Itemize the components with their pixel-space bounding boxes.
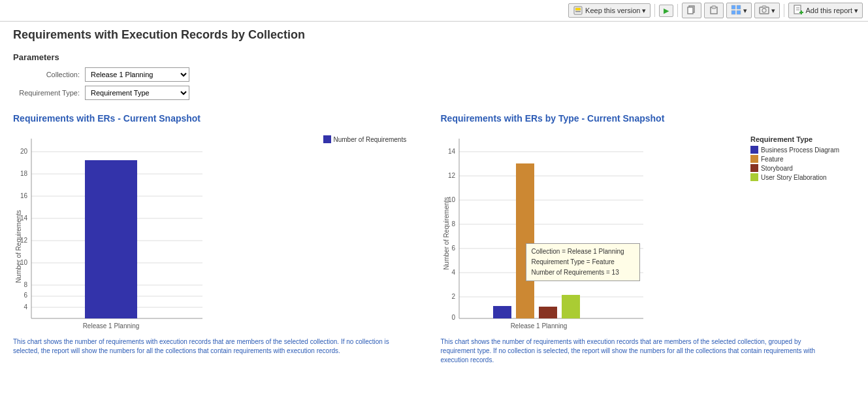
chart2-bar-use[interactable] (562, 295, 580, 318)
keep-version-icon (573, 5, 583, 16)
keep-version-label: Keep this version (585, 7, 640, 14)
chart1-bar (85, 160, 137, 318)
x2-axis-title: Collection (522, 331, 554, 332)
chart2-legend-feature: Feature (750, 155, 855, 163)
chart2-wrapper: 14 12 10 8 6 4 2 0 (441, 129, 856, 333)
chart2-bar-feature[interactable] (516, 163, 534, 318)
svg-rect-13 (762, 6, 766, 8)
req-type-row: Requirement Type: Requirement Type (13, 86, 855, 100)
chart2-legend-title: Requirement Type (750, 135, 855, 143)
chart2-legend-label-use: User Story Elaboration (761, 174, 827, 181)
y2-label-2: 2 (451, 293, 455, 300)
grid-button[interactable]: ▾ (726, 3, 752, 18)
parameters-title: Parameters (13, 52, 855, 62)
svg-rect-8 (737, 5, 741, 9)
camera-dropdown-icon: ▾ (771, 7, 775, 15)
collection-select[interactable]: Release 1 Planning (85, 67, 189, 82)
chart2-legend-use: User Story Elaboration (750, 173, 855, 181)
chart2-legend: Requirement Type Business Process Diagra… (750, 135, 855, 182)
y-label-20: 20 (20, 148, 28, 155)
svg-rect-2 (575, 11, 581, 12)
chart2-legend-storyboard: Storyboard (750, 164, 855, 172)
chart1-title: Requirements with ERs - Current Snapshot (13, 113, 428, 124)
add-report-dropdown-icon: ▾ (854, 7, 858, 15)
separator-3 (784, 4, 784, 17)
chart2-description: This chart shows the number of requireme… (441, 337, 820, 365)
svg-rect-7 (731, 5, 735, 9)
chart2-legend-color-storyboard (750, 164, 758, 172)
chart2-svg: 14 12 10 8 6 4 2 0 (441, 129, 656, 332)
req-type-label: Requirement Type: (13, 89, 85, 97)
main-content: Requirements with Execution Records by C… (0, 22, 868, 371)
svg-rect-6 (712, 6, 716, 8)
separator-1 (654, 4, 655, 17)
y2-label-4: 4 (451, 269, 455, 276)
svg-rect-10 (737, 10, 741, 14)
charts-container: Requirements with ERs - Current Snapshot… (13, 113, 855, 365)
y2-label-12: 12 (447, 172, 455, 179)
chart1-svg: 20 18 16 14 12 10 8 6 4 (13, 129, 222, 332)
grid-dropdown-icon: ▾ (743, 7, 747, 15)
y-label-18: 18 (20, 170, 28, 177)
chart1-legend-color (323, 135, 331, 143)
chart2-legend-color-bpd (750, 146, 758, 154)
chart2-legend-color-use (750, 173, 758, 181)
svg-rect-1 (575, 8, 581, 10)
chart2-legend-label-bpd: Business Process Diagram (761, 146, 839, 154)
chart1-description: This chart shows the number of requireme… (13, 337, 392, 356)
keep-version-button[interactable]: Keep this version ▾ (568, 3, 651, 18)
chart2-legend-label-feature: Feature (761, 156, 783, 163)
chart2-title: Requirements with ERs by Type - Current … (441, 113, 856, 124)
add-report-icon (793, 5, 803, 16)
x-bar-label: Release 1 Planning (83, 322, 140, 330)
add-report-label: Add this report (805, 7, 852, 14)
play-button[interactable]: ▶ (659, 5, 673, 17)
paste-button[interactable] (704, 3, 724, 18)
chart2-legend-color-feature (750, 155, 758, 163)
chart2-area: 14 12 10 8 6 4 2 0 (441, 129, 745, 333)
chart2-bar-bpd[interactable] (493, 306, 511, 318)
y2-label-8: 8 (451, 220, 455, 228)
y2-label-14: 14 (447, 148, 455, 155)
chart2-legend-label-storyboard: Storyboard (761, 165, 793, 172)
add-report-button[interactable]: Add this report ▾ (788, 3, 863, 18)
svg-rect-9 (731, 10, 735, 14)
camera-icon (759, 5, 769, 16)
parameters-section: Parameters Collection: Release 1 Plannin… (13, 52, 855, 100)
chart1-legend-label: Number of Requirements (334, 136, 407, 143)
separator-2 (677, 4, 678, 17)
page-title: Requirements with Execution Records by C… (13, 28, 855, 42)
paste-icon (709, 5, 719, 16)
top-toolbar: Keep this version ▾ ▶ (0, 0, 868, 22)
y2-label-0: 0 (451, 314, 455, 321)
play-icon: ▶ (664, 7, 669, 15)
y-label-16: 16 (20, 192, 28, 199)
chart2-legend-bpd: Business Process Diagram (750, 146, 855, 154)
x-axis-title: Collection (95, 331, 127, 332)
y-label-6: 6 (24, 292, 27, 299)
y-axis-title: Number of Requirements (15, 210, 22, 283)
y-label-4: 4 (24, 303, 27, 311)
y2-label-6: 6 (451, 245, 455, 252)
collection-row: Collection: Release 1 Planning (13, 67, 855, 82)
chart1-wrapper: 20 18 16 14 12 10 8 6 4 (13, 129, 428, 333)
camera-button[interactable]: ▾ (754, 3, 780, 18)
y-label-8: 8 (24, 281, 27, 288)
copy-button[interactable] (682, 3, 701, 18)
chart1-area: 20 18 16 14 12 10 8 6 4 (13, 129, 317, 333)
keep-version-dropdown-icon: ▾ (642, 7, 646, 15)
req-type-select[interactable]: Requirement Type (85, 86, 189, 100)
svg-point-12 (762, 8, 766, 12)
x2-bar-label: Release 1 Planning (510, 322, 567, 330)
y2-axis-title: Number of Requirements (443, 197, 450, 270)
collection-label: Collection: (13, 71, 85, 78)
chart1-legend-item: Number of Requirements (323, 135, 428, 143)
chart2-bar-storyboard[interactable] (539, 307, 557, 318)
chart1-legend: Number of Requirements (323, 135, 428, 144)
chart2-section: Requirements with ERs by Type - Current … (441, 113, 856, 365)
svg-rect-4 (688, 7, 693, 14)
grid-icon (731, 5, 741, 16)
copy-icon (686, 5, 697, 16)
chart1-section: Requirements with ERs - Current Snapshot… (13, 113, 428, 365)
